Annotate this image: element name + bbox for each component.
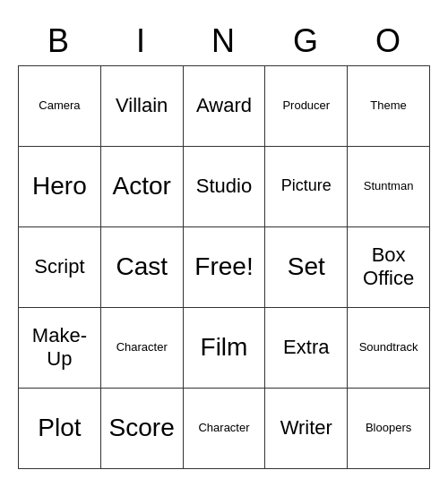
cell-text-2-3: Set <box>288 252 325 282</box>
bingo-grid: CameraVillainAwardProducerThemeHeroActor… <box>18 65 430 469</box>
cell-text-4-1: Score <box>109 413 175 443</box>
cell-text-1-2: Studio <box>196 175 252 198</box>
cell-2-1: Cast <box>101 227 184 308</box>
cell-text-4-4: Bloopers <box>366 421 411 435</box>
cell-text-0-1: Villain <box>116 94 168 117</box>
cell-2-4: Box Office <box>348 227 430 308</box>
cell-text-3-0: Make-Up <box>22 324 97 372</box>
cell-text-0-4: Theme <box>370 98 406 113</box>
cell-1-4: Stuntman <box>348 147 430 227</box>
cell-3-2: Film <box>184 308 266 389</box>
cell-3-3: Extra <box>265 308 348 389</box>
header-letter-N: N <box>183 19 265 65</box>
cell-0-3: Producer <box>265 66 348 147</box>
cell-text-3-2: Film <box>201 332 248 363</box>
cell-3-1: Character <box>101 308 184 389</box>
cell-2-3: Set <box>265 227 348 308</box>
cell-4-1: Score <box>101 389 184 469</box>
cell-text-1-0: Hero <box>32 171 87 201</box>
cell-text-0-2: Award <box>196 94 252 117</box>
cell-text-2-2: Free! <box>194 252 253 282</box>
cell-1-3: Picture <box>265 147 348 227</box>
cell-text-1-1: Actor <box>113 171 171 201</box>
cell-text-2-0: Script <box>34 255 84 278</box>
cell-text-3-1: Character <box>116 340 168 355</box>
cell-3-4: Soundtrack <box>348 308 430 389</box>
cell-text-1-4: Stuntman <box>364 179 414 193</box>
cell-text-4-0: Plot <box>38 413 81 443</box>
header-letter-G: G <box>265 19 348 65</box>
cell-text-2-1: Cast <box>116 252 168 282</box>
cell-0-0: Camera <box>19 66 101 147</box>
cell-text-4-2: Character <box>198 421 249 435</box>
cell-3-0: Make-Up <box>19 308 101 389</box>
cell-text-0-0: Camera <box>39 98 80 113</box>
cell-1-1: Actor <box>101 147 184 227</box>
cell-4-4: Bloopers <box>348 389 430 469</box>
bingo-header: BINGO <box>18 19 430 65</box>
cell-2-0: Script <box>19 227 101 308</box>
cell-1-0: Hero <box>19 147 101 227</box>
bingo-card: BINGO CameraVillainAwardProducerThemeHer… <box>18 19 430 469</box>
cell-2-2: Free! <box>184 227 266 308</box>
cell-4-2: Character <box>184 389 266 469</box>
cell-text-3-3: Extra <box>283 336 329 359</box>
cell-text-4-3: Writer <box>280 416 332 440</box>
cell-0-4: Theme <box>348 66 430 147</box>
header-letter-I: I <box>100 19 183 65</box>
cell-1-2: Studio <box>184 147 266 227</box>
cell-text-0-3: Producer <box>282 98 330 113</box>
header-letter-B: B <box>18 19 100 65</box>
header-letter-O: O <box>348 19 430 65</box>
cell-0-2: Award <box>184 66 266 147</box>
cell-text-2-4: Box Office <box>351 244 426 291</box>
cell-4-3: Writer <box>265 389 348 469</box>
cell-text-1-3: Picture <box>281 176 332 196</box>
cell-text-3-4: Soundtrack <box>359 340 418 355</box>
cell-0-1: Villain <box>101 66 184 147</box>
cell-4-0: Plot <box>19 389 101 469</box>
